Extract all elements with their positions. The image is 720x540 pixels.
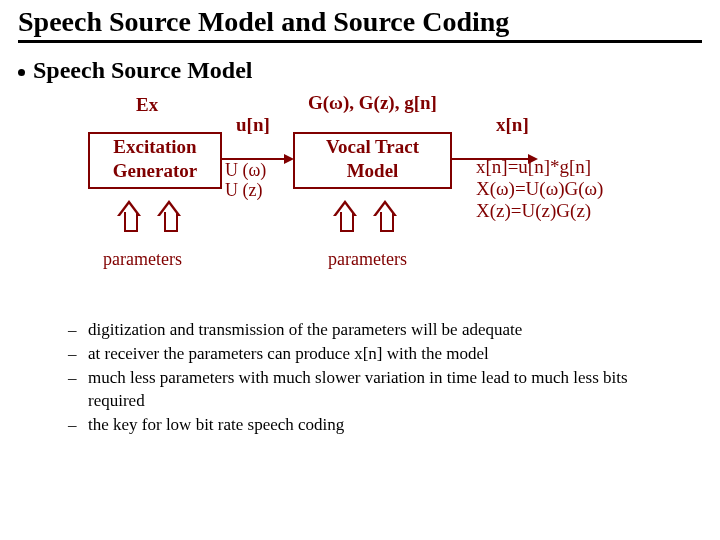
- up-arrow-icon: [120, 202, 138, 232]
- up-arrow-icon: [160, 202, 178, 232]
- dash-icon: –: [68, 342, 88, 365]
- up-arrow-icon: [376, 202, 394, 232]
- parameters-label-right: parameters: [328, 249, 407, 270]
- bullet-row: Speech Source Model: [18, 57, 702, 84]
- bullet-text: Speech Source Model: [33, 57, 253, 84]
- excite-line1: Excitation: [90, 135, 220, 159]
- eq3: X(z)=U(z)G(z): [476, 200, 603, 222]
- xn-label: x[n]: [496, 114, 529, 136]
- un-label: u[n]: [236, 114, 270, 136]
- note-item: – much less parameters with much slower …: [68, 366, 702, 412]
- vocal-line1: Vocal Tract: [295, 135, 450, 159]
- parameters-label-left: parameters: [103, 249, 182, 270]
- dash-icon: –: [68, 413, 88, 436]
- note-item: – at receiver the parameters can produce…: [68, 342, 702, 365]
- notes-list: – digitization and transmission of the p…: [68, 318, 702, 436]
- vocal-tract-box: Vocal Tract Model: [293, 132, 452, 189]
- ex-label: Ex: [136, 94, 158, 116]
- uw-label: U (ω): [225, 160, 266, 181]
- eq1: x[n]=u[n]*g[n]: [476, 156, 603, 178]
- note-text: the key for low bit rate speech coding: [88, 413, 344, 436]
- eq2: X(ω)=U(ω)G(ω): [476, 178, 603, 200]
- dash-icon: –: [68, 318, 88, 341]
- dash-icon: –: [68, 366, 88, 412]
- note-text: at receiver the parameters can produce x…: [88, 342, 489, 365]
- excitation-generator-box: Excitation Generator: [88, 132, 222, 189]
- g-series-label: G(ω), G(z), g[n]: [308, 92, 437, 114]
- up-arrow-icon: [336, 202, 354, 232]
- vocal-line2: Model: [295, 159, 450, 183]
- slide: Speech Source Model and Source Coding Sp…: [0, 0, 720, 436]
- note-item: – digitization and transmission of the p…: [68, 318, 702, 341]
- slide-title: Speech Source Model and Source Coding: [18, 6, 702, 43]
- note-text: much less parameters with much slower va…: [88, 366, 688, 412]
- equations: x[n]=u[n]*g[n] X(ω)=U(ω)G(ω) X(z)=U(z)G(…: [476, 156, 603, 222]
- uz-label: U (z): [225, 180, 262, 201]
- note-item: – the key for low bit rate speech coding: [68, 413, 702, 436]
- note-text: digitization and transmission of the par…: [88, 318, 522, 341]
- bullet-icon: [18, 69, 25, 76]
- excite-line2: Generator: [90, 159, 220, 183]
- diagram: Ex Excitation Generator u[n] U (ω) U (z)…: [78, 94, 718, 304]
